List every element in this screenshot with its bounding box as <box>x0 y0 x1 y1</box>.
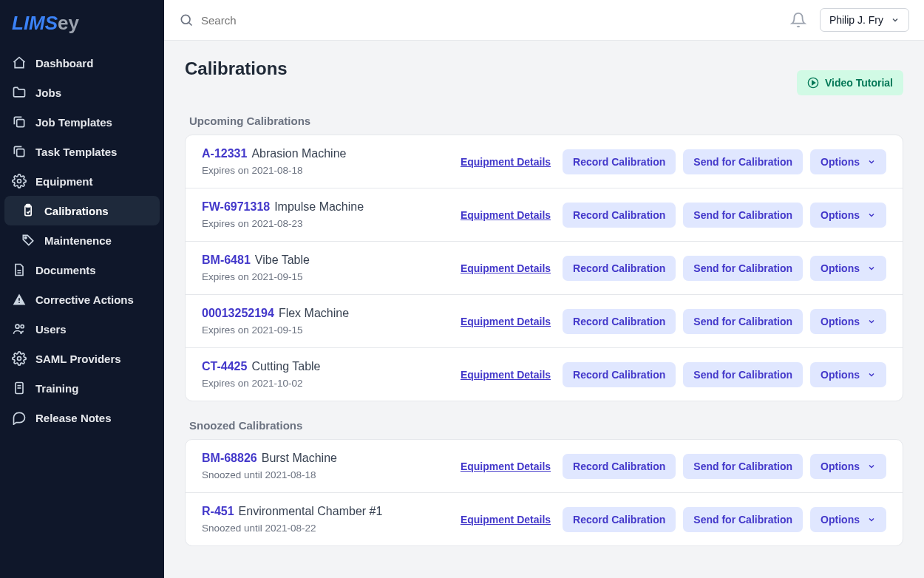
options-label: Options <box>821 209 860 221</box>
sidebar-item-label: Dashboard <box>35 57 93 69</box>
bell-icon[interactable] <box>790 12 806 28</box>
equipment-name: Environmental Chamber #1 <box>239 505 383 517</box>
search-input[interactable] <box>201 14 423 27</box>
gear-icon <box>12 174 27 188</box>
video-tutorial-button[interactable]: Video Tutorial <box>797 70 903 95</box>
svg-point-10 <box>16 324 19 328</box>
calibration-row: BM-6481Vibe TableExpires on 2021-09-15Eq… <box>186 242 903 295</box>
options-button[interactable]: Options <box>810 507 886 532</box>
equipment-details-link[interactable]: Equipment Details <box>461 156 551 168</box>
sidebar-item-maintenence[interactable]: Maintenence <box>4 225 160 255</box>
copy-icon <box>12 144 27 159</box>
options-button[interactable]: Options <box>810 454 886 479</box>
calibration-list: BM-68826Burst MachineSnoozed until 2021-… <box>185 439 903 546</box>
options-button[interactable]: Options <box>810 309 886 334</box>
chevron-down-icon <box>867 462 876 471</box>
section-title: Snoozed Calibrations <box>185 412 903 439</box>
calibration-subtext: Snoozed until 2021-08-18 <box>202 469 461 480</box>
equipment-details-link[interactable]: Equipment Details <box>461 369 551 381</box>
sidebar-item-saml-providers[interactable]: SAML Providers <box>4 344 160 373</box>
section-title: Upcoming Calibrations <box>185 107 903 135</box>
sidebar-item-jobs[interactable]: Jobs <box>4 78 160 107</box>
svg-point-9 <box>18 302 20 303</box>
record-calibration-button[interactable]: Record Calibration <box>563 203 676 228</box>
sidebar-item-label: Users <box>35 323 67 336</box>
calibration-subtext: Expires on 2021-10-02 <box>202 378 461 389</box>
sidebar-item-corrective-actions[interactable]: Corrective Actions <box>4 285 160 314</box>
equipment-id[interactable]: BM-68826 <box>202 452 257 464</box>
calibration-row: FW-6971318Impulse MachineExpires on 2021… <box>186 188 903 242</box>
equipment-details-link[interactable]: Equipment Details <box>461 514 551 526</box>
send-for-calibration-button[interactable]: Send for Calibration <box>683 362 803 387</box>
sidebar-item-training[interactable]: Training <box>4 373 160 403</box>
sidebar-item-documents[interactable]: Documents <box>4 255 160 285</box>
logo: LIMSey <box>0 0 164 48</box>
sidebar-item-label: Equipment <box>35 175 93 188</box>
options-label: Options <box>821 156 860 168</box>
equipment-name: Abrasion Machine <box>251 147 346 160</box>
sidebar-item-job-templates[interactable]: Job Templates <box>4 107 160 137</box>
search[interactable] <box>179 13 790 27</box>
warning-icon <box>12 292 27 307</box>
folder-icon <box>12 85 27 100</box>
sidebar-item-calibrations[interactable]: Calibrations <box>4 196 160 225</box>
equipment-id[interactable]: BM-6481 <box>202 254 251 266</box>
equipment-id[interactable]: CT-4425 <box>202 360 247 373</box>
equipment-name: Vibe Table <box>255 254 310 266</box>
options-button[interactable]: Options <box>810 256 886 281</box>
sidebar-item-label: Documents <box>35 264 96 276</box>
page-title: Calibrations <box>185 58 288 79</box>
sidebar-item-label: Job Templates <box>35 116 112 129</box>
sidebar-item-label: Task Templates <box>35 146 117 158</box>
nav: DashboardJobsJob TemplatesTask Templates… <box>0 48 164 432</box>
equipment-details-link[interactable]: Equipment Details <box>461 316 551 327</box>
equipment-details-link[interactable]: Equipment Details <box>461 209 551 221</box>
svg-marker-19 <box>812 81 815 84</box>
send-for-calibration-button[interactable]: Send for Calibration <box>683 309 803 334</box>
sidebar-item-equipment[interactable]: Equipment <box>4 166 160 196</box>
equipment-id[interactable]: 00013252194 <box>202 307 274 319</box>
send-for-calibration-button[interactable]: Send for Calibration <box>683 203 803 228</box>
play-icon <box>807 77 819 89</box>
equipment-details-link[interactable]: Equipment Details <box>461 262 551 274</box>
calibration-row: 00013252194Flex MachineExpires on 2021-0… <box>186 295 903 348</box>
equipment-name: Impulse Machine <box>274 200 364 213</box>
options-button[interactable]: Options <box>810 149 886 174</box>
svg-point-16 <box>181 15 190 24</box>
users-icon <box>12 322 27 336</box>
chevron-down-icon <box>867 264 876 273</box>
chevron-down-icon <box>867 157 876 166</box>
options-label: Options <box>821 514 860 526</box>
equipment-id[interactable]: R-451 <box>202 505 234 517</box>
record-calibration-button[interactable]: Record Calibration <box>563 454 676 479</box>
logo-part-2: ey <box>58 12 79 34</box>
options-label: Options <box>821 369 860 381</box>
sidebar-item-release-notes[interactable]: Release Notes <box>4 403 160 432</box>
sidebar-item-users[interactable]: Users <box>4 314 160 344</box>
record-calibration-button[interactable]: Record Calibration <box>563 149 676 174</box>
send-for-calibration-button[interactable]: Send for Calibration <box>683 454 803 479</box>
send-for-calibration-button[interactable]: Send for Calibration <box>683 149 803 174</box>
sidebar-item-dashboard[interactable]: Dashboard <box>4 48 160 78</box>
record-calibration-button[interactable]: Record Calibration <box>563 256 676 281</box>
sidebar-item-label: Training <box>35 382 78 395</box>
sidebar-item-label: Calibrations <box>44 205 109 217</box>
record-calibration-button[interactable]: Record Calibration <box>563 309 676 334</box>
calibration-row: R-451Environmental Chamber #1Snoozed unt… <box>186 493 903 545</box>
equipment-details-link[interactable]: Equipment Details <box>461 460 551 472</box>
doc-icon <box>12 381 27 395</box>
equipment-id[interactable]: FW-6971318 <box>202 200 270 213</box>
tag-icon <box>21 233 35 248</box>
equipment-id[interactable]: A-12331 <box>202 147 247 160</box>
user-menu[interactable]: Philip J. Fry <box>820 8 909 32</box>
send-for-calibration-button[interactable]: Send for Calibration <box>683 256 803 281</box>
options-button[interactable]: Options <box>810 362 886 387</box>
options-button[interactable]: Options <box>810 203 886 228</box>
record-calibration-button[interactable]: Record Calibration <box>563 507 676 532</box>
svg-point-2 <box>18 180 21 183</box>
send-for-calibration-button[interactable]: Send for Calibration <box>683 507 803 532</box>
svg-line-17 <box>189 23 192 26</box>
sidebar-item-task-templates[interactable]: Task Templates <box>4 137 160 166</box>
sidebar-item-label: Release Notes <box>35 412 112 424</box>
record-calibration-button[interactable]: Record Calibration <box>563 362 676 387</box>
